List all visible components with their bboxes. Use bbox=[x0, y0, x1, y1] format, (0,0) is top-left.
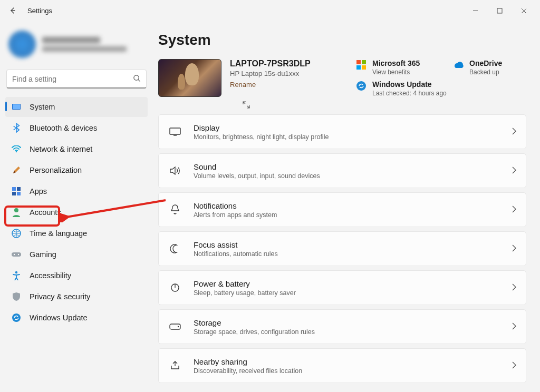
device-wallpaper-thumb bbox=[158, 59, 221, 97]
sidebar-item-label: Accounts bbox=[30, 208, 61, 217]
chevron-right-icon bbox=[512, 322, 516, 331]
card-desc: Discoverability, received files location bbox=[194, 367, 302, 375]
account-header[interactable] bbox=[5, 26, 148, 68]
card-title: Storage bbox=[194, 318, 315, 327]
status-title: Microsoft 365 bbox=[372, 59, 420, 67]
avatar bbox=[8, 31, 36, 58]
sidebar-item-gaming[interactable]: Gaming bbox=[5, 244, 148, 264]
status-title: Windows Update bbox=[372, 80, 447, 89]
svg-point-24 bbox=[178, 326, 179, 327]
search-input[interactable] bbox=[12, 75, 133, 83]
device-name: LAPTOP-7PSR3DLP bbox=[230, 59, 311, 68]
sidebar-item-personalization[interactable]: Personalization bbox=[5, 160, 148, 180]
svg-point-13 bbox=[18, 254, 19, 255]
svg-rect-18 bbox=[356, 65, 361, 70]
minimize-button[interactable] bbox=[463, 2, 487, 19]
wifi-icon bbox=[11, 143, 22, 155]
svg-point-12 bbox=[14, 254, 15, 255]
chevron-right-icon bbox=[512, 283, 516, 292]
status-sub: View benefits bbox=[372, 68, 420, 76]
card-nearby-sharing[interactable]: Nearby sharingDiscoverability, received … bbox=[158, 348, 526, 383]
sidebar-item-apps[interactable]: Apps bbox=[5, 181, 148, 201]
card-desc: Sleep, battery usage, battery saver bbox=[194, 289, 296, 297]
svg-rect-5 bbox=[12, 187, 16, 191]
person-icon bbox=[11, 207, 22, 218]
svg-point-1 bbox=[134, 75, 139, 80]
svg-point-20 bbox=[356, 81, 366, 91]
svg-rect-8 bbox=[17, 192, 21, 195]
nav-list: System Bluetooth & devices Network & int… bbox=[5, 97, 148, 328]
moon-icon bbox=[168, 242, 182, 256]
main-content: System LAPTOP-7PSR3DLP HP Laptop 15s-du1… bbox=[153, 21, 540, 392]
globe-clock-icon bbox=[11, 228, 22, 239]
gamepad-icon bbox=[11, 249, 22, 260]
sidebar-item-network[interactable]: Network & internet bbox=[5, 139, 148, 159]
rename-link[interactable]: Rename bbox=[230, 81, 311, 89]
status-onedrive[interactable]: OneDriveBacked up bbox=[452, 59, 526, 76]
paintbrush-icon bbox=[11, 164, 22, 176]
svg-rect-6 bbox=[17, 187, 21, 191]
storage-icon bbox=[168, 320, 182, 334]
status-sub: Last checked: 4 hours ago bbox=[372, 90, 447, 97]
svg-point-4 bbox=[16, 151, 17, 153]
status-sub: Backed up bbox=[469, 68, 502, 76]
device-model: HP Laptop 15s-du1xxx bbox=[230, 70, 311, 77]
sidebar-item-windows-update[interactable]: Windows Update bbox=[5, 308, 148, 328]
expand-icon[interactable] bbox=[243, 101, 526, 110]
card-notifications[interactable]: NotificationsAlerts from apps and system bbox=[158, 192, 526, 227]
chevron-right-icon bbox=[512, 205, 516, 214]
chevron-right-icon bbox=[512, 361, 516, 370]
titlebar: Settings bbox=[0, 0, 540, 21]
settings-card-list: DisplayMonitors, brightness, night light… bbox=[158, 114, 526, 383]
card-storage[interactable]: StorageStorage space, drives, configurat… bbox=[158, 309, 526, 344]
microsoft-icon bbox=[355, 59, 367, 71]
card-desc: Alerts from apps and system bbox=[194, 211, 277, 219]
svg-rect-16 bbox=[356, 60, 361, 64]
sidebar: System Bluetooth & devices Network & int… bbox=[0, 21, 153, 392]
bluetooth-icon bbox=[11, 122, 22, 134]
sound-icon bbox=[168, 164, 182, 178]
apps-icon bbox=[11, 185, 22, 197]
card-sound[interactable]: SoundVolume levels, output, input, sound… bbox=[158, 153, 526, 188]
svg-rect-17 bbox=[362, 60, 366, 64]
card-power-battery[interactable]: Power & batterySleep, battery usage, bat… bbox=[158, 270, 526, 305]
card-focus-assist[interactable]: Focus assistNotifications, automatic rul… bbox=[158, 231, 526, 266]
sidebar-item-label: Gaming bbox=[30, 250, 56, 259]
card-title: Sound bbox=[194, 162, 320, 171]
card-title: Notifications bbox=[194, 201, 277, 210]
share-icon bbox=[168, 359, 182, 373]
bell-icon bbox=[168, 203, 182, 217]
sidebar-item-system[interactable]: System bbox=[5, 97, 148, 117]
display-icon bbox=[168, 125, 182, 139]
sidebar-item-label: System bbox=[30, 103, 55, 111]
card-display[interactable]: DisplayMonitors, brightness, night light… bbox=[158, 114, 526, 149]
status-ms365[interactable]: Microsoft 365View benefits bbox=[355, 59, 440, 76]
card-title: Focus assist bbox=[194, 240, 278, 249]
sidebar-item-privacy[interactable]: Privacy & security bbox=[5, 287, 148, 307]
update-icon bbox=[355, 80, 367, 92]
status-windows-update[interactable]: Windows UpdateLast checked: 4 hours ago bbox=[355, 80, 526, 97]
card-desc: Monitors, brightness, night light, displ… bbox=[194, 133, 329, 141]
sidebar-item-label: Windows Update bbox=[30, 313, 88, 322]
sidebar-item-label: Accessibility bbox=[30, 271, 71, 280]
update-icon bbox=[11, 312, 22, 324]
sidebar-item-bluetooth[interactable]: Bluetooth & devices bbox=[5, 118, 148, 138]
back-button[interactable] bbox=[4, 2, 21, 19]
card-desc: Volume levels, output, input, sound devi… bbox=[194, 172, 320, 180]
system-icon bbox=[11, 101, 22, 113]
status-title: OneDrive bbox=[469, 59, 502, 67]
onedrive-icon bbox=[452, 59, 464, 71]
card-title: Nearby sharing bbox=[194, 357, 302, 366]
power-icon bbox=[168, 281, 182, 295]
card-title: Display bbox=[194, 123, 329, 132]
maximize-button[interactable] bbox=[487, 2, 512, 19]
svg-point-14 bbox=[15, 271, 17, 273]
window-title: Settings bbox=[27, 7, 52, 15]
close-button[interactable] bbox=[512, 2, 536, 19]
sidebar-item-time-language[interactable]: Time & language bbox=[5, 223, 148, 243]
svg-rect-3 bbox=[13, 104, 20, 109]
search-input-wrapper[interactable] bbox=[6, 70, 147, 89]
sidebar-item-label: Network & internet bbox=[30, 145, 92, 153]
sidebar-item-accounts[interactable]: Accounts bbox=[5, 202, 148, 222]
sidebar-item-accessibility[interactable]: Accessibility bbox=[5, 266, 148, 286]
